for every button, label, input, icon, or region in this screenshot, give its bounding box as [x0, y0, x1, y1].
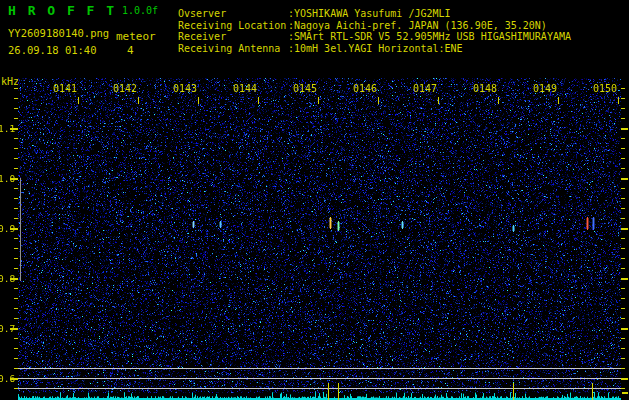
x-axis-tick-label: 0145: [292, 84, 318, 94]
y-axis-tick-label: 0.7: [0, 324, 12, 333]
freq-minor-tick-left: [14, 248, 18, 249]
freq-minor-tick-right: [621, 138, 625, 139]
freq-minor-tick-left: [14, 198, 18, 199]
freq-minor-tick-right: [621, 108, 625, 109]
minute-tick: [498, 97, 499, 104]
freq-minor-tick-left: [14, 388, 18, 389]
freq-minor-tick-left: [14, 208, 18, 209]
meter-end-tick: [622, 392, 628, 394]
freq-minor-tick-left: [14, 238, 18, 239]
freq-minor-tick-right: [621, 298, 625, 299]
freq-minor-tick-left: [14, 148, 18, 149]
info-label: Receiver: [178, 31, 288, 43]
freq-minor-tick-right: [621, 368, 625, 369]
meteor-count-value: 4: [127, 44, 134, 57]
x-axis-tick-label: 0150: [592, 84, 618, 94]
freq-minor-tick-left: [14, 258, 18, 259]
x-axis-tick-label: 0143: [172, 84, 198, 94]
info-value: :SMArt RTL-SDR V5 52.905MHz USB HIGASHIM…: [288, 31, 571, 43]
freq-minor-tick-left: [14, 308, 18, 309]
x-axis-tick-label: 0147: [412, 84, 438, 94]
freq-minor-tick-left: [14, 168, 18, 169]
freq-minor-tick-left: [14, 158, 18, 159]
info-row-antenna: Receiving Antenna:10mH 3el.YAGI Horizont…: [178, 43, 628, 55]
x-axis-tick-label: 0144: [232, 84, 258, 94]
freq-minor-tick-left: [14, 88, 18, 89]
minute-tick: [318, 97, 319, 104]
info-row-location: Receiving Location:Nagoya Aichi-pref. JA…: [178, 20, 628, 32]
freq-minor-tick-right: [621, 348, 625, 349]
freq-minor-tick-right: [621, 268, 625, 269]
freq-minor-tick-left: [14, 268, 18, 269]
freq-minor-tick-right: [621, 118, 625, 119]
freq-minor-tick-right: [621, 158, 625, 159]
freq-major-tick-right: [621, 278, 628, 280]
freq-minor-tick-right: [621, 148, 625, 149]
y-axis-tick-label: 0.6: [0, 374, 12, 383]
freq-minor-tick-right: [621, 288, 625, 289]
info-value: :10mH 3el.YAGI Horizontal:ENE: [288, 43, 463, 55]
app-title: H R O F F T: [8, 3, 116, 18]
info-row-observer: Ovserver:YOSHIKAWA Yasufumi /JG2MLI: [178, 8, 628, 20]
freq-major-tick-right: [621, 178, 628, 180]
hrofft-window: H R O F F T 1.0.0f YY2609180140.png mete…: [0, 0, 629, 400]
freq-major-tick-right: [621, 328, 628, 330]
freq-minor-tick-right: [621, 338, 625, 339]
minute-tick: [198, 97, 199, 104]
observation-datetime: 26.09.18 01:40: [8, 44, 97, 56]
freq-minor-tick-left: [14, 338, 18, 339]
output-filename: YY2609180140.png: [8, 27, 109, 39]
minute-tick: [438, 97, 439, 104]
freq-minor-tick-left: [14, 298, 18, 299]
freq-minor-tick-right: [621, 308, 625, 309]
freq-minor-tick-left: [14, 318, 18, 319]
freq-minor-tick-left: [14, 138, 18, 139]
meteor-counter-label: meteor: [116, 30, 156, 43]
freq-minor-tick-right: [621, 358, 625, 359]
minute-tick: [258, 97, 259, 104]
x-axis-tick-label: 0141: [52, 84, 78, 94]
freq-minor-tick-left: [14, 98, 18, 99]
freq-minor-tick-left: [14, 188, 18, 189]
x-axis-tick-label: 0142: [112, 84, 138, 94]
freq-minor-tick-right: [621, 88, 625, 89]
spectrogram-canvas: [18, 78, 621, 400]
freq-minor-tick-right: [621, 218, 625, 219]
freq-minor-tick-left: [14, 118, 18, 119]
x-axis-tick-label: 0148: [472, 84, 498, 94]
freq-minor-tick-right: [621, 238, 625, 239]
freq-minor-tick-right: [621, 98, 625, 99]
info-row-receiver: Receiver:SMArt RTL-SDR V5 52.905MHz USB …: [178, 31, 628, 43]
app-version: 1.0.0f: [122, 5, 158, 16]
freq-minor-tick-right: [621, 168, 625, 169]
minute-tick: [558, 97, 559, 104]
freq-minor-tick-right: [621, 208, 625, 209]
minute-tick: [78, 97, 79, 104]
info-label: Ovserver: [178, 8, 288, 20]
minute-tick: [138, 97, 139, 104]
freq-major-tick-right: [621, 128, 628, 130]
freq-minor-tick-right: [621, 318, 625, 319]
x-axis-tick-label: 0146: [352, 84, 378, 94]
info-label: Receiving Location: [178, 20, 288, 32]
freq-minor-tick-left: [14, 358, 18, 359]
freq-minor-tick-right: [621, 258, 625, 259]
freq-minor-tick-right: [621, 188, 625, 189]
freq-minor-tick-right: [621, 248, 625, 249]
info-label: Receiving Antenna: [178, 43, 288, 55]
y-axis-unit-label: kHz: [1, 76, 19, 87]
y-axis-tick-label: 1.0: [0, 174, 12, 183]
minute-tick: [378, 97, 379, 104]
freq-major-tick-right: [621, 228, 628, 230]
y-axis-tick-label: 0.9: [0, 224, 12, 233]
freq-minor-tick-left: [14, 288, 18, 289]
y-axis-tick-label: 0.8: [0, 274, 12, 283]
freq-minor-tick-right: [621, 388, 625, 389]
freq-minor-tick-left: [14, 368, 18, 369]
info-value: :YOSHIKAWA Yasufumi /JG2MLI: [288, 8, 451, 20]
freq-minor-tick-left: [14, 218, 18, 219]
freq-major-tick-right: [621, 378, 628, 380]
y-axis-tick-label: 1.1: [0, 124, 12, 133]
freq-minor-tick-left: [14, 108, 18, 109]
info-value: :Nagoya Aichi-pref. JAPAN (136.90E, 35.2…: [288, 20, 547, 32]
